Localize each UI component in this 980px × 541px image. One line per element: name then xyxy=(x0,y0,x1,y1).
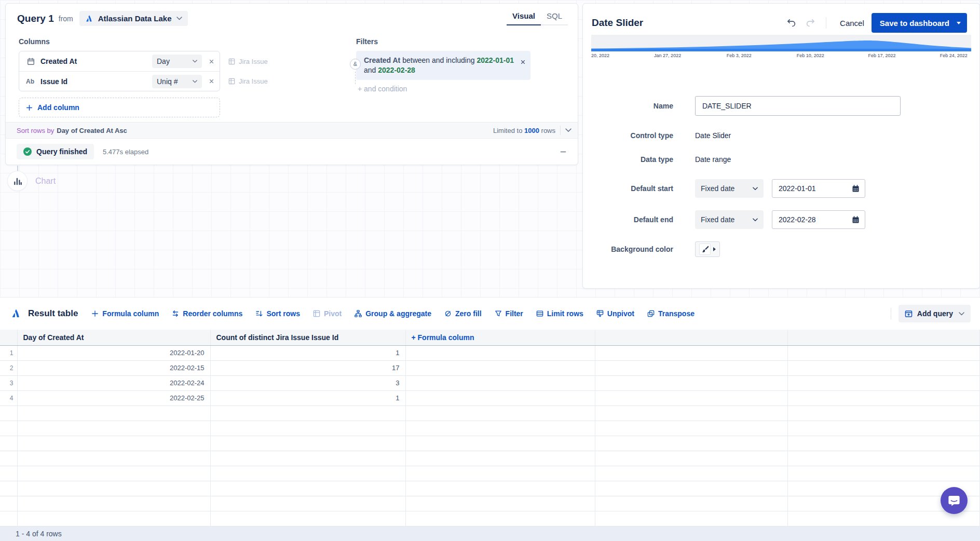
datasource-selector[interactable]: Atlassian Data Lake xyxy=(79,11,188,26)
filters-label: Filters xyxy=(356,37,530,46)
column-header-day: Day of Created At xyxy=(17,330,210,345)
toolbar-zero-fill[interactable]: Zero fill xyxy=(444,309,482,318)
query-chart-connector xyxy=(17,166,18,171)
cell-empty xyxy=(405,421,595,436)
chevron-down-icon xyxy=(176,17,182,20)
column-row-created-at[interactable]: Created At Day Jira Issue xyxy=(19,51,220,71)
column-row-issue-id[interactable]: Ab Issue Id Uniq # Jira Issue xyxy=(19,71,220,91)
limit-value[interactable]: 1000 xyxy=(524,127,539,134)
columns-label: Columns xyxy=(19,37,220,46)
slider-tick-label: Feb 3, 2022 xyxy=(727,53,752,58)
cell-day xyxy=(17,466,210,481)
cell-empty xyxy=(405,375,595,390)
row-number xyxy=(0,511,17,526)
slider-track[interactable] xyxy=(591,35,971,51)
cell-empty xyxy=(787,390,980,405)
remove-filter-button[interactable] xyxy=(520,59,526,65)
remove-column-button[interactable] xyxy=(209,59,214,64)
cell-empty xyxy=(787,360,980,375)
default-end-date-input[interactable]: 2022-02-28 xyxy=(772,210,865,229)
slider-tick-label: Feb 17, 2022 xyxy=(868,53,895,58)
cell-count xyxy=(210,436,405,451)
cell-day: 2022-02-15 xyxy=(17,360,210,375)
add-condition-button[interactable]: + and condition xyxy=(358,85,530,93)
tab-visual[interactable]: Visual xyxy=(507,9,541,24)
default-start-mode-select[interactable]: Fixed date xyxy=(695,179,764,198)
toolbar-formula-column[interactable]: Formula column xyxy=(91,309,159,318)
cell-empty xyxy=(595,421,787,436)
name-input[interactable] xyxy=(695,96,901,116)
table-row xyxy=(0,405,980,421)
reorder-columns-icon xyxy=(172,310,179,317)
transpose-icon xyxy=(647,310,655,317)
column-source-tag: Jira Issue xyxy=(228,77,268,85)
toolbar-unpivot[interactable]: Unpivot xyxy=(596,309,634,318)
background-color-picker[interactable] xyxy=(695,241,720,257)
cell-empty xyxy=(787,451,980,466)
result-section: Result table Formula columnReorder colum… xyxy=(0,297,980,541)
control-editor-header: Date Slider Cancel Save to dashboard xyxy=(583,4,979,33)
chart-node[interactable]: Chart xyxy=(8,171,56,191)
column-modifier-select[interactable]: Uniq # xyxy=(152,75,202,88)
date-slider-preview[interactable]: 20, 2022Jan 27, 2022Feb 3, 2022Feb 10, 2… xyxy=(591,35,971,59)
toolbar-reorder-columns[interactable]: Reorder columns xyxy=(172,309,242,318)
column-modifier-select[interactable]: Day xyxy=(152,55,202,68)
cancel-button[interactable]: Cancel xyxy=(840,19,864,28)
elapsed-time: 5.477s elapsed xyxy=(103,148,148,156)
atlassian-logo-icon xyxy=(85,15,93,23)
tab-sql[interactable]: SQL xyxy=(541,9,568,24)
query-panel-header: Query 1 from Atlassian Data Lake Visual … xyxy=(6,4,578,26)
default-end-mode-select[interactable]: Fixed date xyxy=(695,210,764,229)
atlassian-logo-icon xyxy=(11,308,21,319)
connector-line xyxy=(355,72,356,84)
divider xyxy=(891,308,891,319)
default-start-date-input[interactable]: 2022-01-01 xyxy=(772,179,865,198)
collapse-chevron-icon[interactable] xyxy=(565,128,571,132)
cell-empty xyxy=(787,405,980,421)
table-row xyxy=(0,466,980,481)
cell-empty xyxy=(595,390,787,405)
cell-empty xyxy=(405,390,595,405)
table-row xyxy=(0,511,980,526)
redo-icon[interactable] xyxy=(806,19,815,27)
add-column-button[interactable]: Add column xyxy=(19,98,220,117)
toolbar-group-aggregate[interactable]: Group & aggregate xyxy=(355,309,431,318)
toolbar-sort-rows[interactable]: Sort rows xyxy=(255,309,300,318)
minimize-icon[interactable] xyxy=(560,148,567,155)
cell-empty xyxy=(595,481,787,496)
cell-empty xyxy=(595,345,787,360)
calendar-icon[interactable] xyxy=(852,185,860,193)
result-toolbar: Result table Formula columnReorder colum… xyxy=(0,297,980,330)
pivot-icon xyxy=(313,310,320,317)
chat-widget-button[interactable] xyxy=(941,487,968,514)
toolbar-transpose[interactable]: Transpose xyxy=(647,309,695,318)
toolbar-limit-rows[interactable]: Limit rows xyxy=(536,309,583,318)
row-number: 3 xyxy=(0,375,17,390)
save-to-dashboard-button[interactable]: Save to dashboard xyxy=(872,13,967,33)
save-options-caret[interactable] xyxy=(952,22,967,24)
name-field-row: Name xyxy=(583,96,979,116)
cell-day xyxy=(17,511,210,526)
formula-column-header[interactable]: + Formula column xyxy=(405,330,595,345)
filters-section: Filters & Created At between and includi… xyxy=(356,37,530,117)
add-query-icon xyxy=(905,310,913,318)
check-circle-icon xyxy=(23,147,32,156)
calendar-icon xyxy=(26,58,35,65)
table-row xyxy=(0,421,980,436)
toolbar-filter[interactable]: Filter xyxy=(495,309,523,318)
default-start-row: Default start Fixed date 2022-01-01 xyxy=(583,179,979,198)
sort-bar[interactable]: Sort rows by Day of Created At Asc Limit… xyxy=(6,122,578,139)
background-color-label: Background color xyxy=(583,245,682,253)
cell-day xyxy=(17,421,210,436)
undo-icon[interactable] xyxy=(787,19,796,27)
remove-column-button[interactable] xyxy=(209,78,214,84)
cell-empty xyxy=(787,421,980,436)
plus-icon xyxy=(26,104,33,111)
add-query-button[interactable]: Add query xyxy=(899,305,971,322)
table-row xyxy=(0,451,980,466)
cell-empty xyxy=(405,436,595,451)
table-row xyxy=(0,436,980,451)
calendar-icon[interactable] xyxy=(852,216,860,224)
filter-condition-chip[interactable]: & Created At between and including 2022-… xyxy=(356,51,530,80)
name-label: Name xyxy=(583,102,682,110)
